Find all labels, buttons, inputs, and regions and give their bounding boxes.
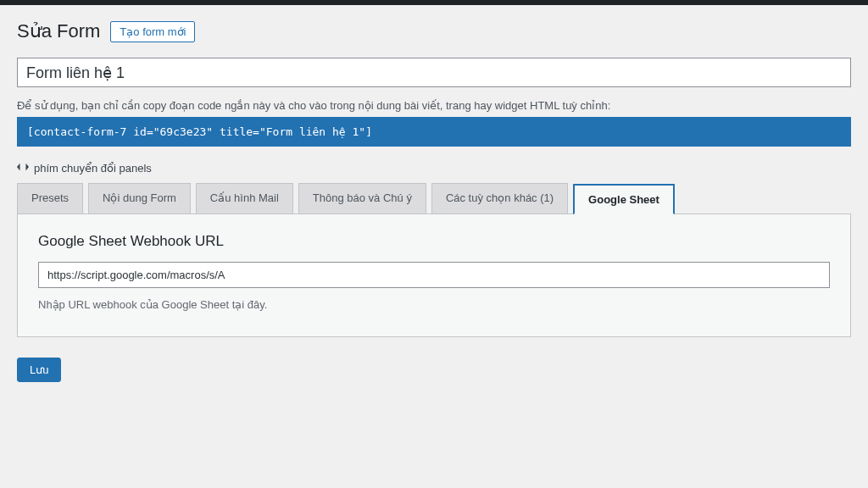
header-row: Sửa Form Tạo form mới (17, 20, 851, 42)
webhook-field-label: Google Sheet Webhook URL (38, 233, 830, 250)
tabs: Presets Nội dung Form Cấu hình Mail Thôn… (17, 183, 851, 214)
panel-toggle-icon (17, 162, 29, 175)
page-wrap: Sửa Form Tạo form mới Để sử dụng, bạn ch… (0, 5, 868, 397)
tab-form-content[interactable]: Nội dung Form (88, 183, 191, 214)
shortcode-help-text: Để sử dụng, bạn chỉ cần copy đoạn code n… (17, 99, 851, 112)
form-title-input[interactable] (17, 58, 851, 87)
tab-presets[interactable]: Presets (17, 183, 83, 214)
tab-panel-google-sheet: Google Sheet Webhook URL Nhập URL webhoo… (17, 214, 851, 337)
webhook-url-input[interactable] (38, 262, 830, 288)
panel-toggle-label: phím chuyển đổi panels (34, 162, 152, 175)
tab-mail-config[interactable]: Cấu hình Mail (196, 183, 293, 214)
tab-messages[interactable]: Thông báo và Chú ý (298, 183, 426, 214)
webhook-field-desc: Nhập URL webhook của Google Sheet tại đâ… (38, 298, 830, 311)
new-form-button[interactable]: Tạo form mới (110, 21, 195, 42)
panel-toggle[interactable]: phím chuyển đổi panels (17, 162, 851, 175)
shortcode-box[interactable]: [contact-form-7 id="69c3e23" title="Form… (17, 117, 851, 147)
tab-google-sheet[interactable]: Google Sheet (573, 184, 675, 214)
page-title: Sửa Form (17, 20, 100, 42)
tab-other-options[interactable]: Các tuỳ chọn khác (1) (431, 183, 568, 214)
save-button[interactable]: Lưu (17, 358, 61, 382)
